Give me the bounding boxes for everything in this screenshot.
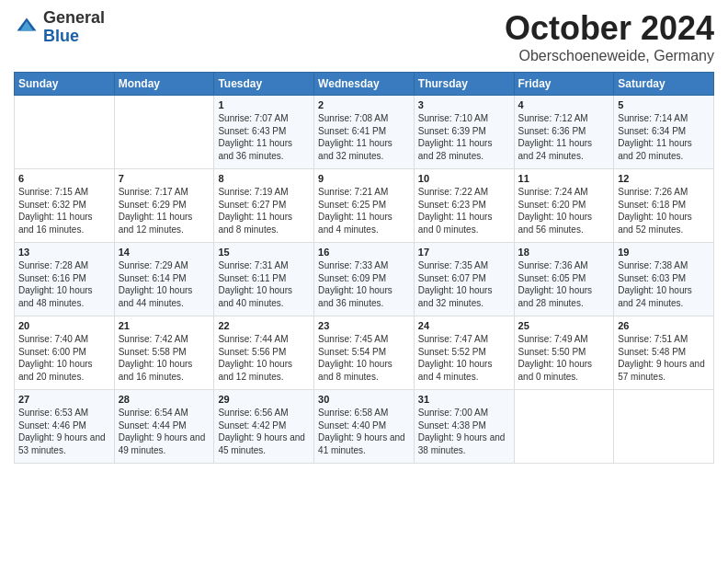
calendar-week-5: 27Sunrise: 6:53 AM Sunset: 4:46 PM Dayli… bbox=[15, 390, 714, 464]
calendar-header: Sunday Monday Tuesday Wednesday Thursday… bbox=[15, 73, 714, 96]
calendar-week-2: 6Sunrise: 7:15 AM Sunset: 6:32 PM Daylig… bbox=[15, 169, 714, 243]
calendar-week-1: 1Sunrise: 7:07 AM Sunset: 6:43 PM Daylig… bbox=[15, 96, 714, 169]
calendar-cell: 15Sunrise: 7:31 AM Sunset: 6:11 PM Dayli… bbox=[214, 243, 314, 316]
calendar-cell: 6Sunrise: 7:15 AM Sunset: 6:32 PM Daylig… bbox=[15, 169, 115, 243]
day-info: Sunrise: 7:36 AM Sunset: 6:05 PM Dayligh… bbox=[518, 259, 610, 309]
calendar-body: 1Sunrise: 7:07 AM Sunset: 6:43 PM Daylig… bbox=[15, 96, 714, 464]
calendar-cell: 19Sunrise: 7:38 AM Sunset: 6:03 PM Dayli… bbox=[614, 243, 714, 316]
day-number: 7 bbox=[119, 173, 210, 184]
calendar-cell: 30Sunrise: 6:58 AM Sunset: 4:40 PM Dayli… bbox=[314, 390, 415, 464]
day-info: Sunrise: 7:12 AM Sunset: 6:36 PM Dayligh… bbox=[518, 112, 610, 162]
day-info: Sunrise: 7:21 AM Sunset: 6:25 PM Dayligh… bbox=[318, 186, 410, 236]
header-saturday: Saturday bbox=[614, 73, 714, 96]
day-info: Sunrise: 7:47 AM Sunset: 5:52 PM Dayligh… bbox=[418, 333, 510, 383]
day-info: Sunrise: 6:58 AM Sunset: 4:40 PM Dayligh… bbox=[318, 407, 410, 456]
day-number: 28 bbox=[119, 394, 210, 405]
calendar-cell: 17Sunrise: 7:35 AM Sunset: 6:07 PM Dayli… bbox=[414, 243, 514, 316]
day-info: Sunrise: 7:19 AM Sunset: 6:27 PM Dayligh… bbox=[218, 186, 310, 236]
calendar-cell: 14Sunrise: 7:29 AM Sunset: 6:14 PM Dayli… bbox=[114, 243, 214, 316]
day-info: Sunrise: 7:26 AM Sunset: 6:18 PM Dayligh… bbox=[618, 186, 710, 236]
day-info: Sunrise: 7:08 AM Sunset: 6:41 PM Dayligh… bbox=[318, 112, 410, 162]
day-number: 8 bbox=[218, 173, 310, 184]
day-info: Sunrise: 7:35 AM Sunset: 6:07 PM Dayligh… bbox=[418, 259, 510, 309]
calendar-cell: 7Sunrise: 7:17 AM Sunset: 6:29 PM Daylig… bbox=[114, 169, 214, 243]
day-number: 12 bbox=[618, 173, 710, 184]
calendar-cell: 10Sunrise: 7:22 AM Sunset: 6:23 PM Dayli… bbox=[414, 169, 514, 243]
calendar-cell: 23Sunrise: 7:45 AM Sunset: 5:54 PM Dayli… bbox=[314, 316, 415, 390]
day-number: 13 bbox=[18, 247, 110, 258]
day-number: 19 bbox=[618, 247, 710, 258]
calendar-cell: 27Sunrise: 6:53 AM Sunset: 4:46 PM Dayli… bbox=[15, 390, 115, 464]
header-thursday: Thursday bbox=[414, 73, 514, 96]
header-row: Sunday Monday Tuesday Wednesday Thursday… bbox=[15, 73, 714, 96]
day-info: Sunrise: 7:45 AM Sunset: 5:54 PM Dayligh… bbox=[318, 333, 410, 383]
day-info: Sunrise: 7:07 AM Sunset: 6:43 PM Dayligh… bbox=[218, 112, 310, 162]
day-info: Sunrise: 7:15 AM Sunset: 6:32 PM Dayligh… bbox=[18, 186, 110, 236]
day-info: Sunrise: 7:00 AM Sunset: 4:38 PM Dayligh… bbox=[418, 407, 510, 456]
day-number: 10 bbox=[418, 173, 510, 184]
day-number: 4 bbox=[518, 99, 610, 110]
day-number: 29 bbox=[218, 394, 310, 405]
calendar-cell: 5Sunrise: 7:14 AM Sunset: 6:34 PM Daylig… bbox=[614, 96, 714, 169]
day-number: 1 bbox=[218, 99, 310, 110]
calendar-cell: 12Sunrise: 7:26 AM Sunset: 6:18 PM Dayli… bbox=[614, 169, 714, 243]
day-info: Sunrise: 7:17 AM Sunset: 6:29 PM Dayligh… bbox=[119, 186, 210, 236]
day-number: 31 bbox=[418, 394, 510, 405]
day-info: Sunrise: 7:14 AM Sunset: 6:34 PM Dayligh… bbox=[618, 112, 710, 162]
logo-general-text: General bbox=[43, 9, 105, 28]
day-info: Sunrise: 7:38 AM Sunset: 6:03 PM Dayligh… bbox=[618, 259, 710, 309]
page-subtitle: Oberschoeneweide, Germany bbox=[505, 48, 714, 64]
page-title: October 2024 bbox=[505, 9, 714, 48]
calendar-cell: 22Sunrise: 7:44 AM Sunset: 5:56 PM Dayli… bbox=[214, 316, 314, 390]
calendar-cell: 21Sunrise: 7:42 AM Sunset: 5:58 PM Dayli… bbox=[114, 316, 214, 390]
day-info: Sunrise: 7:49 AM Sunset: 5:50 PM Dayligh… bbox=[518, 333, 610, 383]
day-number: 22 bbox=[218, 320, 310, 331]
header-friday: Friday bbox=[514, 73, 614, 96]
calendar-cell: 24Sunrise: 7:47 AM Sunset: 5:52 PM Dayli… bbox=[414, 316, 514, 390]
calendar-cell: 8Sunrise: 7:19 AM Sunset: 6:27 PM Daylig… bbox=[214, 169, 314, 243]
calendar-cell: 31Sunrise: 7:00 AM Sunset: 4:38 PM Dayli… bbox=[414, 390, 514, 464]
logo: General Blue bbox=[14, 9, 105, 46]
day-info: Sunrise: 7:42 AM Sunset: 5:58 PM Dayligh… bbox=[119, 333, 210, 383]
day-info: Sunrise: 7:33 AM Sunset: 6:09 PM Dayligh… bbox=[318, 259, 410, 309]
logo-icon bbox=[14, 15, 40, 40]
day-number: 30 bbox=[318, 394, 410, 405]
header-wednesday: Wednesday bbox=[314, 73, 415, 96]
day-number: 11 bbox=[518, 173, 610, 184]
day-info: Sunrise: 7:31 AM Sunset: 6:11 PM Dayligh… bbox=[218, 259, 310, 309]
calendar-cell: 18Sunrise: 7:36 AM Sunset: 6:05 PM Dayli… bbox=[514, 243, 614, 316]
day-number: 23 bbox=[318, 320, 410, 331]
day-number: 20 bbox=[18, 320, 110, 331]
day-info: Sunrise: 7:24 AM Sunset: 6:20 PM Dayligh… bbox=[518, 186, 610, 236]
day-info: Sunrise: 7:51 AM Sunset: 5:48 PM Dayligh… bbox=[618, 333, 710, 383]
day-number: 16 bbox=[318, 247, 410, 258]
day-info: Sunrise: 6:56 AM Sunset: 4:42 PM Dayligh… bbox=[218, 407, 310, 456]
day-number: 25 bbox=[518, 320, 610, 331]
calendar-cell bbox=[114, 96, 214, 169]
day-number: 9 bbox=[318, 173, 410, 184]
day-number: 15 bbox=[218, 247, 310, 258]
calendar-cell bbox=[514, 390, 614, 464]
logo-text: General Blue bbox=[43, 9, 105, 46]
header-monday: Monday bbox=[114, 73, 214, 96]
calendar-cell: 29Sunrise: 6:56 AM Sunset: 4:42 PM Dayli… bbox=[214, 390, 314, 464]
calendar-cell: 11Sunrise: 7:24 AM Sunset: 6:20 PM Dayli… bbox=[514, 169, 614, 243]
calendar-cell: 9Sunrise: 7:21 AM Sunset: 6:25 PM Daylig… bbox=[314, 169, 415, 243]
calendar-cell: 28Sunrise: 6:54 AM Sunset: 4:44 PM Dayli… bbox=[114, 390, 214, 464]
calendar-week-3: 13Sunrise: 7:28 AM Sunset: 6:16 PM Dayli… bbox=[15, 243, 714, 316]
day-number: 2 bbox=[318, 99, 410, 110]
calendar-cell: 2Sunrise: 7:08 AM Sunset: 6:41 PM Daylig… bbox=[314, 96, 415, 169]
day-info: Sunrise: 7:40 AM Sunset: 6:00 PM Dayligh… bbox=[18, 333, 110, 383]
title-block: October 2024 Oberschoeneweide, Germany bbox=[505, 9, 714, 64]
calendar-cell: 3Sunrise: 7:10 AM Sunset: 6:39 PM Daylig… bbox=[414, 96, 514, 169]
calendar-cell: 13Sunrise: 7:28 AM Sunset: 6:16 PM Dayli… bbox=[15, 243, 115, 316]
day-number: 18 bbox=[518, 247, 610, 258]
header: General Blue October 2024 Oberschoenewei… bbox=[14, 9, 714, 64]
day-info: Sunrise: 7:44 AM Sunset: 5:56 PM Dayligh… bbox=[218, 333, 310, 383]
day-number: 24 bbox=[418, 320, 510, 331]
day-number: 14 bbox=[119, 247, 210, 258]
day-info: Sunrise: 6:54 AM Sunset: 4:44 PM Dayligh… bbox=[119, 407, 210, 456]
calendar-cell bbox=[15, 96, 115, 169]
day-number: 5 bbox=[618, 99, 710, 110]
calendar-cell: 4Sunrise: 7:12 AM Sunset: 6:36 PM Daylig… bbox=[514, 96, 614, 169]
